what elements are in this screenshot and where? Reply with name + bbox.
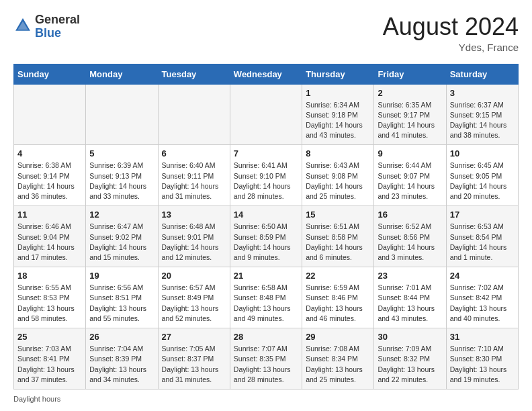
day-info: Sunrise: 6:41 AMSunset: 9:10 PMDaylight:… bbox=[234, 161, 298, 201]
calendar-cell: 11Sunrise: 6:46 AMSunset: 9:04 PMDayligh… bbox=[14, 206, 86, 267]
day-number: 18 bbox=[17, 271, 82, 281]
calendar-cell bbox=[14, 84, 86, 145]
day-number: 9 bbox=[378, 148, 442, 158]
day-number: 1 bbox=[306, 88, 370, 98]
col-header-sunday: Sunday bbox=[14, 64, 86, 84]
week-row-2: 4Sunrise: 6:38 AMSunset: 9:14 PMDaylight… bbox=[14, 145, 519, 206]
calendar-cell: 21Sunrise: 6:58 AMSunset: 8:48 PMDayligh… bbox=[230, 267, 302, 328]
calendar-cell: 3Sunrise: 6:37 AMSunset: 9:15 PMDaylight… bbox=[446, 84, 518, 145]
day-number: 3 bbox=[450, 88, 515, 98]
day-info: Sunrise: 6:59 AMSunset: 8:46 PMDaylight:… bbox=[306, 283, 370, 324]
calendar-cell: 16Sunrise: 6:52 AMSunset: 8:56 PMDayligh… bbox=[374, 206, 446, 267]
day-info: Sunrise: 6:40 AMSunset: 9:11 PMDaylight:… bbox=[162, 161, 226, 201]
day-info: Sunrise: 6:50 AMSunset: 8:59 PMDaylight:… bbox=[234, 222, 298, 263]
day-info: Sunrise: 7:08 AMSunset: 8:34 PMDaylight:… bbox=[306, 344, 370, 385]
col-header-monday: Monday bbox=[86, 64, 158, 84]
day-info: Sunrise: 6:58 AMSunset: 8:48 PMDaylight:… bbox=[234, 283, 298, 324]
day-number: 28 bbox=[234, 332, 298, 342]
day-info: Sunrise: 6:48 AMSunset: 9:01 PMDaylight:… bbox=[162, 222, 226, 263]
day-info: Sunrise: 7:01 AMSunset: 8:44 PMDaylight:… bbox=[378, 283, 442, 324]
calendar-cell: 5Sunrise: 6:39 AMSunset: 9:13 PMDaylight… bbox=[86, 145, 158, 206]
logo-blue: Blue bbox=[35, 26, 61, 40]
day-number: 8 bbox=[306, 148, 370, 158]
day-info: Sunrise: 6:34 AMSunset: 9:18 PMDaylight:… bbox=[306, 100, 370, 141]
location: Ydes, France bbox=[383, 42, 519, 53]
calendar-cell: 19Sunrise: 6:56 AMSunset: 8:51 PMDayligh… bbox=[86, 267, 158, 328]
calendar-cell: 12Sunrise: 6:47 AMSunset: 9:02 PMDayligh… bbox=[86, 206, 158, 267]
col-header-tuesday: Tuesday bbox=[158, 64, 230, 84]
day-info: Sunrise: 6:35 AMSunset: 9:17 PMDaylight:… bbox=[378, 100, 442, 141]
day-info: Sunrise: 7:07 AMSunset: 8:35 PMDaylight:… bbox=[234, 344, 298, 385]
day-info: Sunrise: 6:57 AMSunset: 8:49 PMDaylight:… bbox=[162, 283, 226, 324]
logo-text: General Blue bbox=[35, 13, 80, 40]
col-header-friday: Friday bbox=[374, 64, 446, 84]
day-info: Sunrise: 6:39 AMSunset: 9:13 PMDaylight:… bbox=[89, 161, 154, 201]
week-row-3: 11Sunrise: 6:46 AMSunset: 9:04 PMDayligh… bbox=[14, 206, 519, 267]
day-info: Sunrise: 6:45 AMSunset: 9:05 PMDaylight:… bbox=[450, 161, 515, 201]
day-info: Sunrise: 7:03 AMSunset: 8:41 PMDaylight:… bbox=[17, 344, 82, 385]
calendar-cell bbox=[86, 84, 158, 145]
calendar-cell: 31Sunrise: 7:10 AMSunset: 8:30 PMDayligh… bbox=[446, 328, 518, 390]
day-number: 5 bbox=[89, 148, 154, 158]
calendar-cell: 2Sunrise: 6:35 AMSunset: 9:17 PMDaylight… bbox=[374, 84, 446, 145]
day-info: Sunrise: 6:46 AMSunset: 9:04 PMDaylight:… bbox=[17, 222, 82, 263]
day-number: 10 bbox=[450, 148, 515, 158]
calendar-cell: 1Sunrise: 6:34 AMSunset: 9:18 PMDaylight… bbox=[302, 84, 374, 145]
page-header: General Blue August 2024 Ydes, France bbox=[13, 13, 519, 53]
day-info: Sunrise: 7:04 AMSunset: 8:39 PMDaylight:… bbox=[89, 344, 154, 385]
day-number: 15 bbox=[306, 210, 370, 220]
day-number: 17 bbox=[450, 210, 515, 220]
calendar-cell: 8Sunrise: 6:43 AMSunset: 9:08 PMDaylight… bbox=[302, 145, 374, 206]
day-info: Sunrise: 7:02 AMSunset: 8:42 PMDaylight:… bbox=[450, 283, 515, 324]
day-number: 23 bbox=[378, 271, 442, 281]
calendar-cell: 14Sunrise: 6:50 AMSunset: 8:59 PMDayligh… bbox=[230, 206, 302, 267]
day-number: 21 bbox=[234, 271, 298, 281]
day-number: 6 bbox=[162, 148, 226, 158]
day-info: Sunrise: 6:43 AMSunset: 9:08 PMDaylight:… bbox=[306, 161, 370, 201]
day-number: 27 bbox=[162, 332, 226, 342]
calendar-cell: 25Sunrise: 7:03 AMSunset: 8:41 PMDayligh… bbox=[14, 328, 86, 390]
day-number: 12 bbox=[89, 210, 154, 220]
day-number: 16 bbox=[378, 210, 442, 220]
week-row-4: 18Sunrise: 6:55 AMSunset: 8:53 PMDayligh… bbox=[14, 267, 519, 328]
title-block: August 2024 Ydes, France bbox=[383, 13, 519, 53]
calendar-cell: 6Sunrise: 6:40 AMSunset: 9:11 PMDaylight… bbox=[158, 145, 230, 206]
calendar-cell: 26Sunrise: 7:04 AMSunset: 8:39 PMDayligh… bbox=[86, 328, 158, 390]
col-header-wednesday: Wednesday bbox=[230, 64, 302, 84]
day-info: Sunrise: 6:56 AMSunset: 8:51 PMDaylight:… bbox=[89, 283, 154, 324]
calendar-cell: 27Sunrise: 7:05 AMSunset: 8:37 PMDayligh… bbox=[158, 328, 230, 390]
day-number: 13 bbox=[162, 210, 226, 220]
day-info: Sunrise: 7:09 AMSunset: 8:32 PMDaylight:… bbox=[378, 344, 442, 385]
calendar-cell: 4Sunrise: 6:38 AMSunset: 9:14 PMDaylight… bbox=[14, 145, 86, 206]
day-number: 14 bbox=[234, 210, 298, 220]
day-info: Sunrise: 7:05 AMSunset: 8:37 PMDaylight:… bbox=[162, 344, 226, 385]
calendar-cell: 13Sunrise: 6:48 AMSunset: 9:01 PMDayligh… bbox=[158, 206, 230, 267]
day-number: 30 bbox=[378, 332, 442, 342]
calendar-cell: 9Sunrise: 6:44 AMSunset: 9:07 PMDaylight… bbox=[374, 145, 446, 206]
day-info: Sunrise: 6:52 AMSunset: 8:56 PMDaylight:… bbox=[378, 222, 442, 263]
day-number: 29 bbox=[306, 332, 370, 342]
day-info: Sunrise: 6:51 AMSunset: 8:58 PMDaylight:… bbox=[306, 222, 370, 263]
calendar-cell: 22Sunrise: 6:59 AMSunset: 8:46 PMDayligh… bbox=[302, 267, 374, 328]
footer-note: Daylight hours bbox=[13, 395, 519, 403]
calendar-cell: 28Sunrise: 7:07 AMSunset: 8:35 PMDayligh… bbox=[230, 328, 302, 390]
day-number: 11 bbox=[17, 210, 82, 220]
day-number: 24 bbox=[450, 271, 515, 281]
calendar-header-row: SundayMondayTuesdayWednesdayThursdayFrid… bbox=[14, 64, 519, 84]
day-info: Sunrise: 6:37 AMSunset: 9:15 PMDaylight:… bbox=[450, 100, 515, 141]
calendar-cell: 7Sunrise: 6:41 AMSunset: 9:10 PMDaylight… bbox=[230, 145, 302, 206]
calendar-cell: 10Sunrise: 6:45 AMSunset: 9:05 PMDayligh… bbox=[446, 145, 518, 206]
col-header-saturday: Saturday bbox=[446, 64, 518, 84]
calendar-cell bbox=[230, 84, 302, 145]
logo: General Blue bbox=[13, 13, 80, 40]
logo-general: General bbox=[35, 13, 80, 26]
day-info: Sunrise: 7:10 AMSunset: 8:30 PMDaylight:… bbox=[450, 344, 515, 385]
day-number: 22 bbox=[306, 271, 370, 281]
calendar-table: SundayMondayTuesdayWednesdayThursdayFrid… bbox=[13, 64, 519, 390]
calendar-cell bbox=[158, 84, 230, 145]
calendar-cell: 15Sunrise: 6:51 AMSunset: 8:58 PMDayligh… bbox=[302, 206, 374, 267]
week-row-1: 1Sunrise: 6:34 AMSunset: 9:18 PMDaylight… bbox=[14, 84, 519, 145]
logo-icon bbox=[13, 16, 32, 38]
calendar-cell: 24Sunrise: 7:02 AMSunset: 8:42 PMDayligh… bbox=[446, 267, 518, 328]
calendar-cell: 29Sunrise: 7:08 AMSunset: 8:34 PMDayligh… bbox=[302, 328, 374, 390]
